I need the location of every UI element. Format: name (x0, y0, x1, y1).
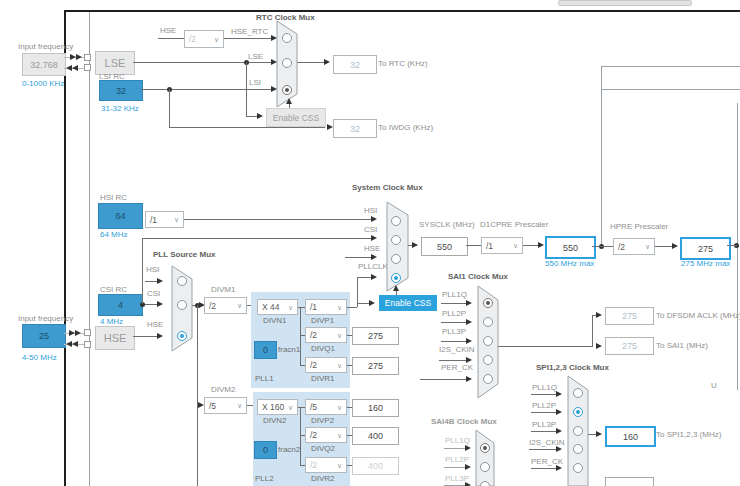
osc32-out-arrow-icon (72, 65, 78, 71)
horizontal-scrollbar-thumb[interactable] (558, 0, 692, 6)
rtc-mux-radio-lsi[interactable] (282, 85, 292, 95)
divn2-dropdown[interactable]: X 160∨ (257, 399, 298, 415)
divr2-dropdown[interactable]: /2∨ (305, 457, 347, 473)
sys-hsi-label: HSI (364, 206, 377, 215)
spi-radio-pll1q[interactable] (573, 388, 583, 398)
divn2-label: DIVN2 (263, 416, 287, 425)
chevron-down-icon: ∨ (337, 362, 342, 369)
d1cpre-dropdown[interactable]: /1∨ (481, 237, 523, 254)
rtc-enable-css-button[interactable]: Enable CSS (266, 108, 326, 127)
divp2-out-value: 160 (352, 399, 399, 417)
divp2-label: DIVP2 (311, 416, 334, 425)
osc-out-arrow-icon (72, 341, 78, 347)
hpre-label: HPRE Prescaler (610, 222, 668, 231)
divr2-label: DIVR2 (311, 474, 335, 483)
rtc-mux-radio-hse[interactable] (282, 33, 292, 43)
rtc-hse-label: HSE (160, 26, 176, 35)
diagram-border-left (64, 10, 66, 486)
hsi-divider-dropdown[interactable]: /1∨ (145, 211, 184, 228)
divr1-out-value: 275 (352, 357, 399, 375)
csi-value-box: 4 (98, 294, 143, 316)
chevron-down-icon: ∨ (645, 243, 650, 250)
chevron-down-icon: ∨ (174, 216, 179, 223)
divp1-label: DIVP1 (311, 316, 334, 325)
sai4b-radio-pll1q[interactable] (480, 443, 490, 453)
lse-input-frequency-field: 32.768 (22, 53, 66, 76)
sys-pllclk-label: PLLCLK (358, 262, 388, 271)
divm1-label: DIVM1 (211, 285, 235, 294)
chevron-down-icon: ∨ (337, 304, 342, 311)
hse-input-frequency-field[interactable]: 25 (22, 324, 66, 348)
divr2-out-value: 400 (352, 457, 399, 475)
sysclk-value: 550 (421, 237, 468, 256)
divm1-dropdown[interactable]: /2∨ (204, 297, 247, 314)
pll-mux-radio-hse[interactable] (177, 331, 187, 341)
sai4b-radio-pll2p[interactable] (480, 462, 490, 472)
to-sai1-label: To SAI1 (MHz) (656, 341, 708, 350)
divm2-dropdown[interactable]: /5∨ (204, 397, 247, 414)
sai1-radio-pll1q[interactable] (483, 298, 493, 308)
sys-hse-label: HSE (364, 244, 380, 253)
sys-enable-css-button[interactable]: Enable CSS (379, 295, 437, 311)
hsi-freq-label: 64 MHz (100, 230, 128, 239)
to-iwdg-label: To IWDG (KHz) (378, 123, 433, 132)
pll-mux-radio-hsi[interactable] (177, 276, 187, 286)
rtc-mux-radio-lse[interactable] (282, 58, 292, 68)
divp1-dropdown[interactable]: /1∨ (305, 299, 347, 315)
divm2-label: DIVM2 (211, 385, 235, 394)
sai1-radio-pll2p[interactable] (483, 317, 493, 327)
fracn2-value[interactable]: 0 (254, 441, 277, 459)
pll-mux-hsi-label: HSI (146, 265, 159, 274)
divr1-dropdown[interactable]: /2∨ (305, 357, 347, 373)
divn1-dropdown[interactable]: X 44∨ (257, 299, 298, 315)
spi-radio-pll2p[interactable] (573, 407, 583, 417)
d1cpre-max-label: 550 MHz max (545, 259, 594, 268)
d1cpre-label: D1CPRE Prescaler (480, 220, 548, 229)
spi-out-value[interactable]: 160 (605, 426, 656, 447)
chevron-down-icon: ∨ (513, 242, 518, 249)
sai1-pll3p-label: PLL3P (442, 327, 466, 336)
sys-mux-radio-hsi[interactable] (391, 216, 401, 226)
sys-mux-radio-hse[interactable] (391, 254, 401, 264)
divp2-dropdown[interactable]: /5∨ (305, 399, 347, 415)
iwdg-out-value: 32 (333, 119, 377, 138)
sys-mux-radio-csi[interactable] (391, 235, 401, 245)
hse-rtc-label: HSE_RTC (231, 27, 268, 36)
csi-freq-label: 4 MHz (100, 317, 123, 326)
sai1-radio-pll3p[interactable] (483, 336, 493, 346)
sai4b-mux-title: SAI4B Clock Mux (431, 417, 497, 426)
sai1-i2s-ckin-label: I2S_CKIN (439, 345, 475, 354)
pll-mux-radio-csi[interactable] (177, 300, 187, 310)
sai4b-radio-pll3p[interactable] (480, 481, 490, 486)
rtc-hse-divider-dropdown[interactable]: /2∨ (184, 30, 224, 48)
d1cpre-out-value[interactable]: 550 (545, 236, 596, 259)
fracn2-label: fracn2 (278, 445, 300, 454)
sys-mux-radio-pllclk[interactable] (391, 273, 401, 283)
hpre-dropdown[interactable]: /2∨ (613, 238, 655, 255)
fracn1-value[interactable]: 0 (254, 341, 277, 359)
spi-pll2p-label: PLL2P (532, 401, 556, 410)
sai1-radio-i2s-ckin[interactable] (483, 355, 493, 365)
hsi-rc-label: HSI RC (100, 193, 127, 202)
sysclk-label: SYSCLK (MHz) (419, 220, 475, 229)
hpre-out-value[interactable]: 275 (680, 237, 731, 260)
lse-range-label: 0-1000 KHz (22, 79, 64, 88)
spi-radio-per-ck[interactable] (573, 463, 583, 473)
chevron-down-icon: ∨ (288, 404, 293, 411)
chevron-down-icon: ∨ (337, 404, 342, 411)
spi-radio-pll3p[interactable] (573, 426, 583, 436)
divq1-dropdown[interactable]: /2∨ (305, 327, 347, 343)
divq2-label: DIVQ2 (311, 444, 335, 453)
spi-radio-i2s-ckin[interactable] (573, 444, 583, 454)
dfsdm-out-value: 275 (605, 307, 654, 325)
divr1-label: DIVR1 (311, 374, 335, 383)
sai1-mux-title: SAI1 Clock Mux (448, 272, 508, 281)
sai1-radio-per-ck[interactable] (483, 374, 493, 384)
hpre-max-label: 275 MHz max (681, 259, 730, 268)
divq2-dropdown[interactable]: /2∨ (305, 427, 347, 443)
lsi-wire-label: LSI (249, 78, 261, 87)
chevron-down-icon: ∨ (337, 462, 342, 469)
spi-mux-title: SPI1,2,3 Clock Mux (536, 363, 609, 372)
truncated-right-label: U (711, 381, 717, 390)
divq2-out-value: 400 (352, 427, 399, 445)
